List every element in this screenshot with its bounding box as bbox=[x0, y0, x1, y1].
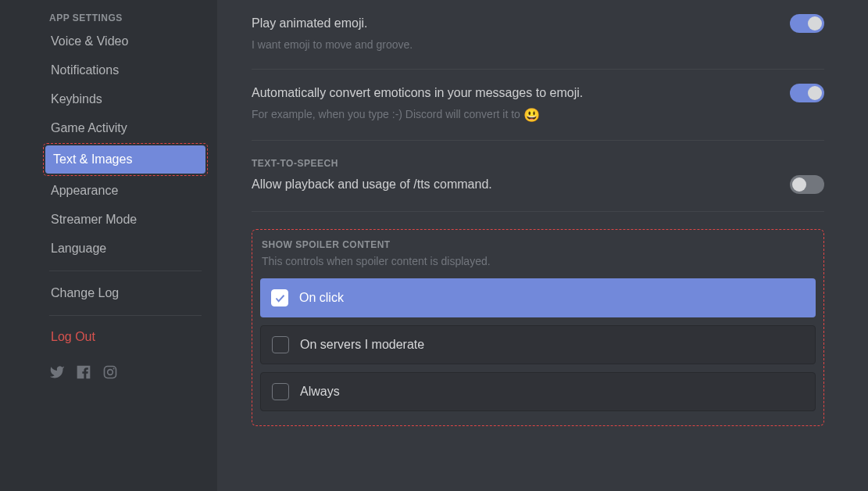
sidebar-item-streamer-mode[interactable]: Streamer Mode bbox=[43, 206, 208, 234]
twitter-icon[interactable] bbox=[49, 364, 65, 383]
setting-animated-emoji: Play animated emoji. I want emoji to mov… bbox=[252, 0, 824, 52]
section-heading-spoiler: Show Spoiler Content bbox=[260, 239, 816, 250]
setting-label: Allow playback and usage of /tts command… bbox=[252, 177, 492, 192]
radio-label: On servers I moderate bbox=[300, 338, 424, 352]
setting-label: Play animated emoji. bbox=[252, 16, 368, 30]
sidebar-heading-app-settings: App Settings bbox=[43, 8, 208, 27]
sidebar-item-label: Text & Images bbox=[45, 145, 205, 174]
checkbox-unchecked-icon bbox=[272, 383, 289, 400]
spoiler-description: This controls when spoiler content is di… bbox=[260, 255, 816, 267]
setting-tts: Allow playback and usage of /tts command… bbox=[252, 169, 824, 194]
spoiler-option-on-servers[interactable]: On servers I moderate bbox=[260, 325, 816, 364]
spoiler-option-on-click[interactable]: On click bbox=[260, 278, 816, 317]
spoiler-option-always[interactable]: Always bbox=[260, 372, 816, 411]
sidebar-item-game-activity[interactable]: Game Activity bbox=[43, 114, 208, 142]
sidebar-item-appearance[interactable]: Appearance bbox=[43, 177, 208, 205]
smile-emoji-icon: 😃 bbox=[523, 108, 540, 123]
spoiler-radio-list: On click On servers I moderate Always bbox=[260, 278, 816, 411]
settings-sidebar: App Settings Voice & Video Notifications… bbox=[0, 0, 217, 491]
setting-convert-emoticons: Automatically convert emoticons in your … bbox=[252, 70, 824, 123]
instagram-icon[interactable] bbox=[102, 364, 118, 383]
radio-label: On click bbox=[299, 291, 344, 305]
sidebar-item-voice-video[interactable]: Voice & Video bbox=[43, 27, 208, 56]
toggle-tts[interactable] bbox=[790, 175, 824, 194]
checkbox-checked-icon bbox=[271, 289, 288, 306]
sidebar-separator bbox=[49, 271, 202, 271]
settings-content: Play animated emoji. I want emoji to mov… bbox=[217, 0, 868, 491]
facebook-icon[interactable] bbox=[76, 364, 91, 383]
divider bbox=[252, 140, 824, 141]
sidebar-item-keybinds[interactable]: Keybinds bbox=[43, 85, 208, 113]
sidebar-item-notifications[interactable]: Notifications bbox=[43, 56, 208, 84]
sidebar-item-text-images[interactable]: Text & Images bbox=[43, 143, 208, 176]
sidebar-social-icons bbox=[43, 350, 208, 383]
setting-label: Automatically convert emoticons in your … bbox=[252, 86, 583, 100]
sidebar-item-change-log[interactable]: Change Log bbox=[43, 279, 208, 307]
setting-description: I want emoji to move and groove. bbox=[252, 38, 824, 52]
radio-label: Always bbox=[300, 385, 340, 399]
sidebar-item-language[interactable]: Language bbox=[43, 235, 208, 263]
checkbox-unchecked-icon bbox=[272, 336, 289, 353]
sidebar-item-logout[interactable]: Log Out bbox=[43, 324, 208, 350]
toggle-animated-emoji[interactable] bbox=[790, 14, 824, 33]
toggle-convert-emoticons[interactable] bbox=[790, 84, 824, 102]
svg-point-1 bbox=[108, 370, 113, 375]
spoiler-content-panel: Show Spoiler Content This controls when … bbox=[252, 229, 824, 426]
divider bbox=[252, 211, 824, 212]
svg-point-2 bbox=[113, 367, 115, 369]
setting-description: For example, when you type :-) Discord w… bbox=[252, 107, 824, 123]
section-heading-tts: Text-to-Speech bbox=[252, 158, 824, 169]
sidebar-separator bbox=[49, 315, 202, 316]
